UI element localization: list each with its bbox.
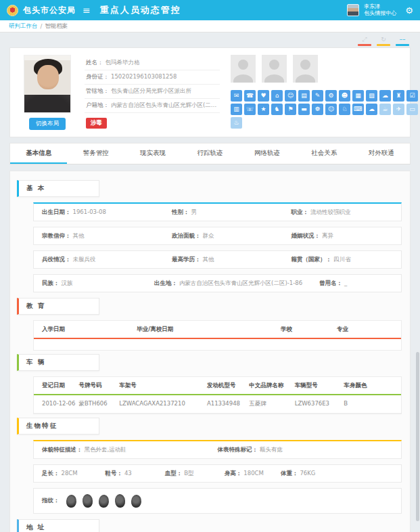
education-table: 入学日期 毕业/离校日期 学校 专业	[33, 320, 402, 351]
image-icon[interactable]: ▧	[366, 90, 377, 102]
lab-icon[interactable]: ☕	[379, 104, 391, 115]
top-bar: 包头市公安局 ≡ 重点人员动态管控 李东泽 包头情报中心 ⚙	[0, 0, 420, 20]
fingerprint-image	[82, 494, 93, 508]
feature-icon-grid: ✉ ☎ ♥ ⌂ ☺ ▤ ✎ ⚙ ☻ ▦ ▧ ☁ ♜ ☑ ▥ ☏ ★ ♞ ⚑ ▬ …	[231, 90, 420, 129]
id-card-icon[interactable]: ▥	[231, 104, 242, 115]
expand-icon[interactable]: ⤢	[358, 36, 371, 46]
col-header: 发动机型号	[207, 382, 249, 390]
col-header: 车身颜色	[344, 382, 393, 390]
user-avatar[interactable]	[347, 4, 359, 16]
tab-basic-info[interactable]: 基本信息	[10, 143, 67, 164]
fingerprint-row: 指纹：	[33, 488, 402, 514]
section-address: 地 址 类型 地址 家庭地址 内蒙古自治区包头市青山区光辉小区(二区)-1-86…	[17, 519, 402, 532]
tag-icon[interactable]: ⚑	[285, 104, 296, 115]
vertical-scrollbar[interactable]	[416, 352, 419, 521]
broadcast-icon[interactable]: ★	[258, 104, 269, 115]
section-basic-title: 基 本	[17, 180, 99, 197]
cloud-icon[interactable]: ☁	[366, 104, 377, 115]
col-header: 车辆型号	[295, 382, 344, 390]
police-car-icon[interactable]: ♘	[339, 104, 350, 115]
train-icon[interactable]: ▬	[298, 104, 310, 115]
tab-social-relations[interactable]: 社会关系	[296, 143, 352, 164]
section-biometrics: 生物特征 体貌特征描述：黑色外套,运动鞋 体表特殊标记：额头有痣 足长：28CM…	[17, 418, 402, 514]
placeholder-avatar[interactable]	[293, 55, 318, 83]
section-address-title: 地 址	[17, 519, 99, 532]
col-header: 专业	[337, 326, 393, 334]
person-photo	[24, 55, 71, 113]
vehicle-table: 登记日期 号牌号码 车架号 发动机型号 中文品牌名称 车辆型号 车身颜色 201…	[33, 376, 402, 414]
section-vehicle: 车 辆 登记日期 号牌号码 车架号 发动机型号 中文品牌名称 车辆型号 车身颜色…	[17, 354, 402, 414]
placeholder-avatar[interactable]	[262, 55, 287, 83]
tab-real-performance[interactable]: 现实表现	[124, 143, 181, 164]
profile-card: 切换布局 姓名： 包玛希毕力格 身份证： 150202196103081258 …	[9, 47, 411, 137]
group-icon[interactable]: ☺	[285, 90, 296, 102]
heart-icon[interactable]: ♥	[258, 90, 269, 102]
user-icon[interactable]: ☺	[325, 104, 337, 115]
user-dept: 包头情报中心	[364, 10, 396, 17]
taxi-icon[interactable]: ♞	[271, 104, 283, 115]
col-header: 登记日期	[42, 382, 78, 390]
col-header: 中文品牌名称	[249, 382, 294, 390]
trash-icon[interactable]: ♨	[231, 117, 242, 129]
col-header: 学校	[281, 326, 337, 334]
network-icon[interactable]: ☁	[379, 90, 391, 102]
bus-icon[interactable]: ▭	[406, 104, 418, 115]
bank-icon[interactable]: ♜	[393, 90, 404, 102]
hotel-icon[interactable]: ▤	[298, 90, 310, 102]
section-basic: 基 本 出生日期：1961-03-08 性别：男 职业：流动性较强职业 宗教信仰…	[17, 180, 402, 292]
education-empty	[34, 339, 401, 350]
vehicle-row: 2010-12-06 蒙BTH606 LZWACAGAXA2137210 A11…	[34, 395, 401, 414]
col-header: 入学日期	[42, 326, 137, 334]
field-id-number: 身份证： 150202196103081258	[85, 70, 220, 85]
tab-external-contact[interactable]: 对外联通	[353, 143, 410, 164]
user-name: 李东泽	[364, 3, 396, 10]
tab-police-control[interactable]: 警务管控	[67, 143, 124, 164]
breadcrumb: 研判工作台 / 智能档案	[0, 20, 420, 32]
breadcrumb-parent[interactable]: 研判工作台	[9, 22, 38, 30]
gear-icon[interactable]: ⚙	[405, 5, 413, 16]
breadcrumb-separator: /	[41, 23, 43, 30]
basic-row: 出生日期：1961-03-08 性别：男 职业：流动性较强职业	[33, 202, 402, 221]
placeholder-avatar[interactable]	[231, 55, 256, 83]
field-name: 姓名： 包玛希毕力格	[85, 56, 220, 70]
section-biometrics-title: 生物特征	[17, 418, 99, 435]
page-title: 重点人员动态管控	[100, 4, 181, 16]
education-icon[interactable]: ✎	[312, 90, 323, 102]
col-header: 号牌号码	[78, 382, 119, 390]
section-vehicle-title: 车 辆	[17, 354, 99, 371]
switch-layout-button[interactable]: 切换布局	[29, 118, 66, 130]
fingerprint-label: 指纹：	[42, 497, 60, 505]
settings-icon[interactable]: ☸	[312, 104, 323, 115]
menu-icon[interactable]: ≡	[83, 5, 91, 16]
section-education-title: 教 育	[17, 298, 99, 315]
vehicle-icon[interactable]: ⚙	[325, 90, 337, 102]
layout-icon[interactable]: ––	[396, 36, 409, 46]
tab-movement-track[interactable]: 行踪轨迹	[181, 143, 238, 164]
police-badge-icon	[7, 5, 18, 16]
bio-row: 足长：28CM 鞋号：43 血型：B型 身高：180CM 体重：76KG	[33, 464, 402, 483]
document-icon[interactable]: ▦	[352, 90, 364, 102]
home-icon[interactable]: ⌂	[271, 90, 283, 102]
field-jurisdiction: 管辖地： 包头青山区分局光辉小区派出所	[85, 85, 220, 99]
user-meta[interactable]: 李东泽 包头情报中心	[364, 3, 396, 17]
tab-network-track[interactable]: 网络轨迹	[239, 143, 296, 164]
basic-row: 民族：汉族 出生地：内蒙古自治区包头市青山区光辉小区(二区)-1-86 曾用名：…	[33, 274, 402, 292]
keyboard-icon[interactable]: ⌨	[352, 104, 364, 115]
tab-bar: 基本信息 警务管控 现实表现 行踪轨迹 网络轨迹 社会关系 对外联通	[9, 143, 411, 164]
field-household: 户籍地： 内蒙古自治区包头市青山区光辉小区(二区)-1-86	[85, 99, 220, 113]
drug-involvement-badge: 涉毒	[86, 118, 107, 129]
contact-book-icon[interactable]: ☎	[244, 90, 256, 102]
basic-info-panel: 基 本 出生日期：1961-03-08 性别：男 职业：流动性较强职业 宗教信仰…	[9, 171, 411, 532]
col-header: 毕业/离校日期	[137, 326, 281, 334]
profile-fields: 姓名： 包玛希毕力格 身份证： 150202196103081258 管辖地： …	[85, 56, 220, 130]
basic-row: 宗教信仰：其他 政治面貌：群众 婚姻状况：离异	[33, 227, 402, 245]
telephone-icon[interactable]: ☏	[244, 104, 256, 115]
related-photos	[231, 55, 420, 83]
person-icon[interactable]: ☻	[339, 90, 350, 102]
refresh-icon[interactable]: ↻	[377, 36, 390, 46]
chat-icon[interactable]: ✉	[231, 90, 242, 102]
task-icon[interactable]: ☑	[406, 90, 418, 102]
flight-icon[interactable]: ✈	[393, 104, 404, 115]
fingerprint-image	[66, 494, 77, 508]
breadcrumb-current: 智能档案	[45, 22, 68, 30]
